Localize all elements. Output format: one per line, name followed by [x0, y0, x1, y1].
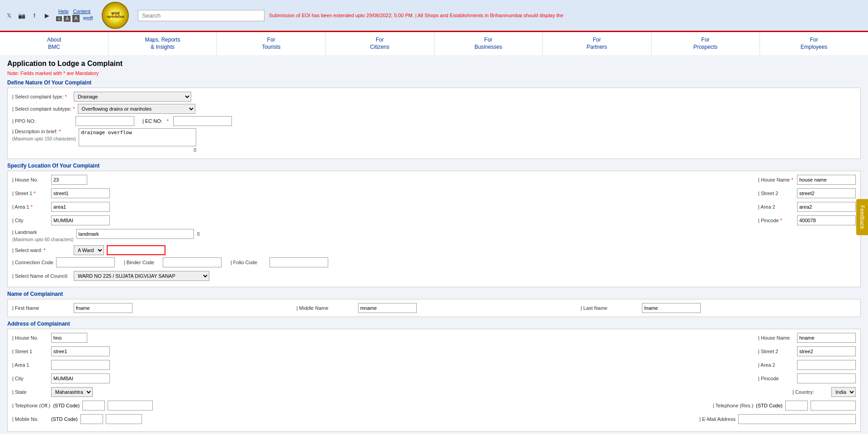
area1-label: | Area 1 *: [12, 204, 48, 210]
last-name-input[interactable]: [642, 303, 701, 313]
addr-res-std-input[interactable]: [785, 401, 808, 411]
house-no-row: | House No.: [12, 175, 87, 185]
council-select[interactable]: WARD NO 225 / SUJATA DIGVIJAY SANAP Othe…: [74, 271, 209, 281]
first-name-col: | First Name: [12, 303, 288, 313]
youtube-icon[interactable]: ▶: [42, 11, 52, 20]
middle-name-input[interactable]: [358, 303, 417, 313]
addr-area2-input[interactable]: [797, 360, 856, 370]
ppo-ec-row: | PPO NO: | EC NO: *: [12, 116, 856, 126]
landmark-char-count: 0: [197, 232, 200, 237]
connection-code-row: | Connection Code: [12, 257, 115, 267]
addr-mobile-input[interactable]: [106, 414, 142, 424]
ward-highlighted-input[interactable]: [107, 245, 165, 255]
city-label: | City: [12, 218, 48, 223]
search-input[interactable]: [138, 10, 264, 21]
street1-label: | Street 1 *: [12, 191, 48, 196]
nav-about-bmc[interactable]: About BMC: [0, 32, 108, 55]
location-row3: | Area 1 * | Area 2: [12, 202, 856, 214]
middle-name-label: | Middle Name: [297, 305, 355, 311]
city-row: | City: [12, 215, 110, 225]
complaint-type-select[interactable]: Drainage Water Solid Waste Roads Buildin…: [74, 92, 191, 102]
addr-tel-std-input[interactable]: [82, 401, 105, 411]
addr-pincode-input[interactable]: [797, 373, 856, 383]
location-row2: | Street 1 * | Street 2: [12, 188, 856, 200]
nav-citizens[interactable]: For Citizens: [326, 32, 434, 55]
area2-input[interactable]: [797, 202, 856, 212]
addr-pincode-label: | Pincode: [758, 376, 794, 381]
house-name-label: | House Name *: [758, 177, 794, 182]
folio-code-input[interactable]: [269, 257, 328, 267]
define-nature-heading: Define Nature Of Your Complaint: [7, 79, 861, 86]
addr-row2: | Street 1 | Street 2: [12, 346, 856, 358]
font-size-small-btn[interactable]: A: [56, 16, 62, 21]
ward-row: | Select ward: * A Ward B Ward C Ward D …: [12, 245, 856, 255]
council-row: | Select Name of Council: WARD NO 225 / …: [12, 271, 856, 281]
addr-row7: | Mobile No. (STD Code) | E-Mail Address: [12, 414, 856, 426]
addr-state-select[interactable]: Maharashtra Gujarat Delhi: [51, 387, 93, 397]
complaint-type-label: | Select complaint type: *: [12, 94, 71, 99]
addr-tel-res-label: | Telephone (Res.): [713, 403, 753, 408]
content-link[interactable]: Content: [73, 9, 91, 14]
house-name-input[interactable]: [797, 175, 856, 185]
nav-employees[interactable]: For Employees: [760, 32, 868, 55]
ppo-input[interactable]: [75, 116, 134, 126]
pincode-row: | Pincode *: [758, 215, 856, 225]
nav-tourists[interactable]: For Tourists: [217, 32, 326, 55]
name-heading: Name of Complainant: [7, 291, 861, 297]
nav-prospects[interactable]: For Prospects: [651, 32, 760, 55]
house-no-input[interactable]: [51, 175, 87, 185]
page-title: Application to Lodge a Complaint: [7, 60, 861, 68]
house-no-label: | House No.: [12, 177, 48, 182]
ec-input[interactable]: [173, 116, 232, 126]
help-link[interactable]: Help: [58, 9, 69, 14]
name-row: | First Name | Middle Name | Last Name: [12, 303, 856, 313]
nav-businesses[interactable]: For Businesses: [434, 32, 543, 55]
binder-code-input[interactable]: [163, 257, 222, 267]
area1-row: | Area 1 *: [12, 202, 110, 212]
facebook-icon[interactable]: f: [30, 11, 39, 20]
addr-email-input[interactable]: [738, 414, 856, 424]
complaint-subtype-select[interactable]: Overflowing drains or manholes Blocked d…: [78, 104, 195, 114]
landmark-input[interactable]: [76, 229, 194, 239]
font-size-large-btn[interactable]: A: [72, 15, 80, 22]
pincode-input[interactable]: [797, 215, 856, 225]
addr-house-name-input[interactable]: [797, 333, 856, 343]
addr-street2-input[interactable]: [797, 346, 856, 356]
addr-country-select[interactable]: India USA UK: [831, 387, 856, 397]
header-top: 𝕏 📷 f ▶ Help Content A A A मराठी बृहन्मु…: [0, 0, 868, 31]
addr-house-no-input[interactable]: [51, 333, 87, 343]
font-size-medium-btn[interactable]: A: [64, 16, 71, 22]
street1-input[interactable]: [51, 188, 110, 198]
addr-res-tel-input[interactable]: [811, 401, 856, 411]
addr-row5: | State Maharashtra Gujarat Delhi | Coun…: [12, 387, 856, 399]
nav-partners[interactable]: For Partners: [543, 32, 651, 55]
language-switch[interactable]: मराठी: [83, 16, 93, 22]
area1-input[interactable]: [51, 202, 110, 212]
feedback-tab[interactable]: Feedback: [856, 199, 868, 235]
addr-city-input[interactable]: [51, 373, 110, 383]
social-icons: 𝕏 📷 f ▶: [5, 11, 52, 20]
house-name-row: | House Name *: [758, 175, 856, 185]
description-textarea[interactable]: drainage overflow: [79, 128, 196, 146]
complaint-subtype-row: | Select complaint subtype: * Overflowin…: [12, 104, 856, 114]
addr-area1-label: | Area 1: [12, 362, 48, 368]
addr-street1-input[interactable]: [51, 346, 110, 356]
addr-area1-input[interactable]: [51, 360, 110, 370]
addr-tel-input[interactable]: [108, 401, 153, 411]
instagram-icon[interactable]: 📷: [17, 11, 26, 20]
search-bar-area: Submission of EOI has been extended upto…: [138, 10, 863, 21]
street2-label: | Street 2: [758, 191, 794, 196]
council-label: | Select Name of Council:: [12, 273, 71, 279]
nav-maps[interactable]: Maps, Reports & Insights: [108, 32, 217, 55]
first-name-input[interactable]: [74, 303, 132, 313]
ward-select[interactable]: A Ward B Ward C Ward D Ward: [74, 245, 104, 255]
twitter-icon[interactable]: 𝕏: [5, 11, 14, 20]
connection-code-input[interactable]: [56, 257, 115, 267]
mandatory-note: Note: Fields marked with * are Mandatory: [7, 70, 861, 76]
city-input[interactable]: [51, 215, 110, 225]
street2-input[interactable]: [797, 188, 856, 198]
codes-row: | Connection Code | Binder Code | Folio …: [12, 257, 856, 269]
addr-mobile-std-input[interactable]: [80, 414, 103, 424]
ward-label: | Select ward: *: [12, 247, 71, 253]
description-label: | Description in brief: * (Maximum upto …: [12, 128, 76, 142]
